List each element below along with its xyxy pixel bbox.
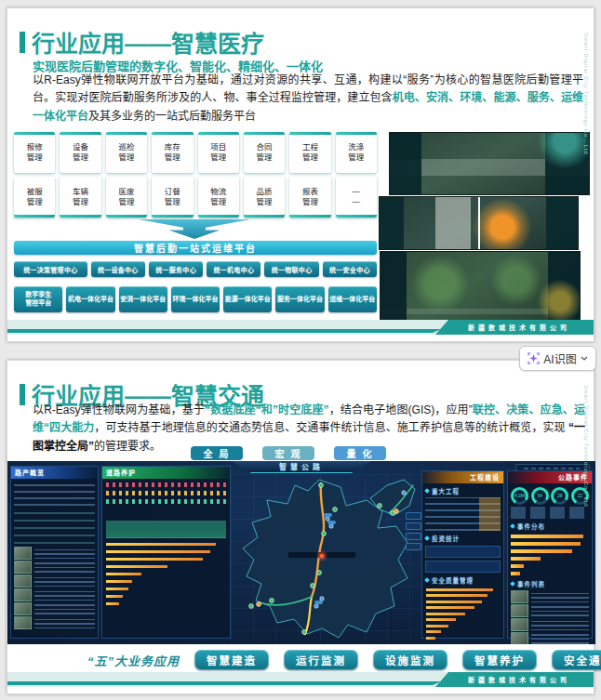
event-list-item bbox=[511, 632, 589, 644]
text-lines bbox=[531, 632, 589, 644]
event-list-item bbox=[14, 561, 95, 573]
module-card: 被服管理 bbox=[14, 177, 55, 218]
platform-button: 环境一体化平台 bbox=[171, 286, 220, 312]
section-label: 事件分布 bbox=[517, 522, 545, 531]
footer-band: 新疆数城技术有限公司 bbox=[7, 320, 594, 335]
section-label: 投资统计 bbox=[432, 534, 460, 543]
module-label: 管理 bbox=[118, 197, 134, 207]
section-label: 安全质量管理 bbox=[432, 575, 474, 585]
panel-road-events: 公路事件 4,184 54 28 22 事件分布 事件列表 bbox=[507, 470, 593, 639]
bar bbox=[511, 535, 583, 538]
bar bbox=[426, 637, 435, 640]
module-card: 设备管理 bbox=[60, 132, 100, 173]
company-ribbon: 新疆数城技术有限公司 bbox=[435, 320, 594, 335]
bar bbox=[426, 594, 487, 597]
hospital-dashboard-screenshot-3 bbox=[380, 251, 581, 324]
gauge-value: 54 bbox=[534, 490, 546, 502]
text-lines bbox=[34, 588, 95, 601]
platform-row: 数字孪生管控平台 机电一体化平台 安消一体化平台 环境一体化平台 能源一体化平台… bbox=[14, 286, 377, 312]
platform-button: 能源一体化平台 bbox=[223, 286, 272, 312]
photo-thumb bbox=[14, 575, 32, 588]
photo-thumb bbox=[511, 618, 528, 631]
photo-thumb bbox=[14, 561, 32, 574]
module-label: 工程 bbox=[302, 142, 318, 152]
module-label: 合同 bbox=[257, 142, 273, 152]
event-list-item bbox=[14, 616, 95, 628]
gauge-value: 4,184 bbox=[514, 490, 526, 502]
section-header: 事件分布 bbox=[511, 522, 589, 531]
module-label: 管理 bbox=[257, 152, 273, 163]
bar bbox=[511, 549, 572, 553]
section-header: 投资统计 bbox=[425, 534, 501, 543]
platform-label: 运维一体化平台 bbox=[329, 296, 375, 304]
bar bbox=[426, 606, 474, 609]
platform-button: 机电一体化平台 bbox=[66, 286, 114, 312]
highway-dashboard: 智慧公路 路产概览 道路养护 bbox=[7, 461, 595, 644]
module-card: 项目管理 bbox=[198, 132, 239, 173]
event-list-item bbox=[511, 604, 589, 616]
stat-rows bbox=[511, 507, 589, 519]
section-label: 事件列表 bbox=[517, 579, 545, 588]
module-label: 项目 bbox=[210, 142, 226, 152]
text-rows bbox=[425, 497, 501, 531]
module-card: 报修管理 bbox=[14, 132, 55, 173]
sparkle-scan-icon bbox=[528, 352, 540, 364]
bar bbox=[426, 618, 456, 621]
panel-road-assets: 路产概览 bbox=[10, 466, 99, 639]
footer-line bbox=[7, 329, 441, 333]
text-lines bbox=[34, 616, 95, 628]
text-lines bbox=[34, 561, 95, 573]
module-card: 物流管理 bbox=[198, 177, 239, 218]
bar bbox=[511, 572, 520, 575]
business-button: 智慧养护 bbox=[462, 650, 537, 670]
bar bbox=[106, 543, 216, 547]
diamond-icon bbox=[510, 581, 515, 587]
text-lines bbox=[34, 547, 95, 559]
center-button: 统一物联中心 bbox=[264, 261, 318, 277]
photo-thumb bbox=[14, 616, 32, 629]
module-label: 管理 bbox=[210, 152, 226, 163]
layer-pill bbox=[406, 543, 421, 550]
center-button: 统一决策管理中心 bbox=[14, 261, 87, 277]
stat-rows bbox=[14, 508, 95, 544]
map bbox=[231, 474, 421, 641]
photo-thumb bbox=[511, 632, 528, 644]
bar bbox=[511, 564, 524, 568]
photo-thumb bbox=[511, 604, 528, 617]
side-company-text: Smart Digital City Technology Co., Ltd bbox=[583, 385, 589, 507]
module-label: 订餐 bbox=[165, 187, 180, 197]
ai-recognize-button[interactable]: AI识图 bbox=[519, 346, 596, 371]
center-button: 统一安全中心 bbox=[323, 261, 377, 277]
body-segment: 的管理要求。 bbox=[94, 440, 161, 453]
view-button-global: 全 局 bbox=[191, 446, 243, 460]
title-accent-bar bbox=[20, 384, 25, 405]
gauge-value: 28 bbox=[554, 490, 566, 502]
bar bbox=[106, 580, 132, 584]
module-card: 报表管理 bbox=[289, 177, 330, 218]
platform-label: 机电一体化平台 bbox=[68, 296, 114, 304]
module-label: 报表 bbox=[302, 187, 318, 197]
business-button: 设施监测 bbox=[373, 650, 447, 670]
ring-gauge: 4,184 bbox=[511, 487, 528, 505]
region-map-svg bbox=[231, 474, 421, 641]
chevron-down-icon[interactable] bbox=[581, 356, 588, 361]
gauge-row: 4,184 54 28 22 bbox=[510, 487, 590, 505]
center-button: 统一设备中心 bbox=[91, 261, 145, 277]
bar bbox=[426, 601, 482, 603]
platform-label: 安消一体化平台 bbox=[120, 296, 166, 304]
module-label: 管理 bbox=[302, 197, 318, 207]
business-label: “五”大业务应用 bbox=[87, 652, 180, 669]
platform-label: 服务一体化平台 bbox=[277, 296, 323, 304]
panel-header: 公路事件 bbox=[508, 471, 592, 483]
text-lines bbox=[531, 618, 589, 630]
module-card: —— bbox=[336, 177, 377, 218]
platform-label: 环境一体化平台 bbox=[172, 296, 218, 304]
module-label: 被服 bbox=[27, 187, 43, 197]
module-label: 物流 bbox=[210, 187, 226, 197]
module-label: — bbox=[353, 197, 361, 207]
side-company-text: Smart Digital City Technology Co., Ltd bbox=[583, 33, 589, 154]
module-label: 设备 bbox=[73, 142, 88, 152]
photo-thumb bbox=[14, 602, 32, 615]
business-button: 安全通行服务 bbox=[552, 650, 601, 670]
module-label: 管理 bbox=[348, 152, 364, 163]
